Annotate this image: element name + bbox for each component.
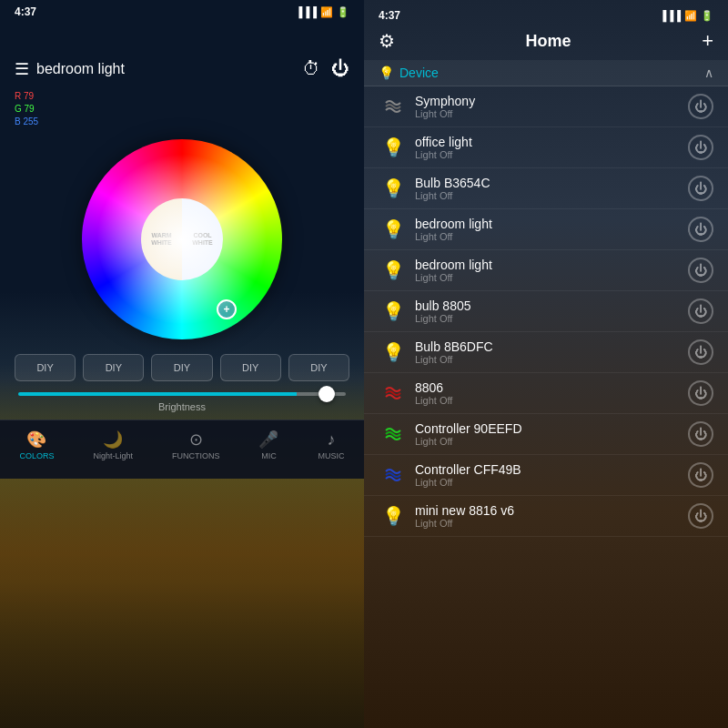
rgb-b: B 255 bbox=[15, 116, 349, 128]
8b6dfc-icon: 💡 bbox=[382, 341, 405, 363]
symphony-power[interactable]: ⏻ bbox=[688, 94, 713, 119]
left-panel: 4:37 ▐▐▐ 📶 🔋 ☰ bedroom light ⏱ ⏻ R 79 G … bbox=[0, 0, 364, 728]
cool-white-section[interactable]: COOLWHITE bbox=[182, 198, 223, 280]
device-item-bedroom-white[interactable]: 💡 bedroom light Light Off ⏻ bbox=[364, 250, 728, 291]
90eefd-power[interactable]: ⏻ bbox=[688, 421, 713, 447]
header-left: ☰ bedroom light bbox=[15, 59, 125, 79]
nav-mic[interactable]: 🎤 MIC bbox=[258, 430, 278, 460]
color-wheel-inner: WARMWHITE COOLWHITE bbox=[141, 198, 223, 280]
brightness-thumb[interactable] bbox=[318, 386, 335, 402]
8b6dfc-name: Bulb 8B6DFC bbox=[415, 339, 688, 354]
bedroom-white-power[interactable]: ⏻ bbox=[688, 258, 713, 283]
b3654c-bulb-icon: 💡 bbox=[382, 177, 405, 199]
device-text: Device bbox=[399, 66, 439, 80]
device-label: 💡 Device bbox=[379, 66, 439, 80]
diy-button-4[interactable]: DIY bbox=[220, 354, 281, 381]
right-status-bar: 4:37 ▐▐▐ 📶 🔋 bbox=[364, 0, 728, 25]
device-icon-symphony bbox=[379, 96, 408, 117]
device-info-90eefd: Controller 90EEFD Light Off bbox=[408, 421, 688, 447]
battery-icon-right: 🔋 bbox=[701, 10, 713, 22]
rgb-g: G 79 bbox=[15, 103, 349, 116]
8805-status: Light Off bbox=[415, 313, 688, 324]
wifi-icon: 📶 bbox=[320, 6, 333, 18]
night-light-label: Night-Light bbox=[93, 451, 133, 460]
signal-icon: ▐▐▐ bbox=[296, 6, 317, 17]
status-icons-right: ▐▐▐ 📶 🔋 bbox=[660, 10, 713, 22]
diy-button-2[interactable]: DIY bbox=[83, 354, 144, 381]
bedroom-white-status: Light Off bbox=[415, 272, 688, 283]
cff49b-status: Light Off bbox=[415, 477, 688, 488]
device-section-header[interactable]: 💡 Device ∧ bbox=[364, 60, 728, 86]
b3654c-name: Bulb B3654C bbox=[415, 176, 688, 190]
status-icons-left: ▐▐▐ 📶 🔋 bbox=[296, 6, 349, 18]
device-item-8805[interactable]: 💡 bulb 8805 Light Off ⏻ bbox=[364, 291, 728, 332]
device-icon-8806 bbox=[379, 382, 408, 404]
alarm-icon[interactable]: ⏱ bbox=[302, 58, 320, 79]
diy-button-5[interactable]: DIY bbox=[288, 354, 349, 381]
8805-name: bulb 8805 bbox=[415, 298, 688, 313]
diy-button-3[interactable]: DIY bbox=[151, 354, 212, 381]
device-item-bedroom-blue[interactable]: 💡 bedroom light Light Off ⏻ bbox=[364, 209, 728, 250]
collapse-icon[interactable]: ∧ bbox=[704, 66, 713, 80]
office-power[interactable]: ⏻ bbox=[688, 135, 713, 160]
mic-label: MIC bbox=[261, 451, 277, 460]
diy-section: DIY DIY DIY DIY DIY bbox=[0, 350, 364, 389]
rgb-values: R 79 G 79 B 255 bbox=[0, 86, 364, 132]
brightness-slider[interactable] bbox=[18, 392, 346, 396]
colors-label: COLORS bbox=[19, 451, 54, 460]
diy-button-1[interactable]: DIY bbox=[15, 354, 76, 381]
settings-icon[interactable]: ⚙ bbox=[379, 30, 395, 52]
8816-status: Light Off bbox=[415, 518, 688, 529]
device-info-8816: mini new 8816 v6 Light Off bbox=[408, 503, 688, 529]
warm-white-section[interactable]: WARMWHITE bbox=[141, 198, 182, 280]
power-icon[interactable]: ⏻ bbox=[331, 58, 349, 79]
bedroom-blue-name: bedroom light bbox=[415, 217, 688, 231]
nav-functions[interactable]: ⊙ FUNCTIONS bbox=[172, 430, 220, 460]
music-label: MUSIC bbox=[318, 451, 344, 460]
device-item-symphony[interactable]: Symphony Light Off ⏻ bbox=[364, 86, 728, 127]
wifi-icon-right: 📶 bbox=[684, 10, 697, 22]
header-icons: ⏱ ⏻ bbox=[302, 58, 349, 79]
8805-power[interactable]: ⏻ bbox=[688, 298, 713, 324]
right-panel: 4:37 ▐▐▐ 📶 🔋 ⚙ Home + 💡 Device ∧ bbox=[364, 0, 728, 728]
8816-power[interactable]: ⏻ bbox=[688, 503, 713, 529]
home-title: Home bbox=[526, 32, 571, 51]
device-item-cff49b[interactable]: Controller CFF49B Light Off ⏻ bbox=[364, 455, 728, 496]
8806-power[interactable]: ⏻ bbox=[688, 380, 713, 406]
right-header: ⚙ Home + bbox=[364, 25, 728, 60]
symphony-name: Symphony bbox=[415, 94, 688, 108]
add-device-button[interactable]: + bbox=[702, 29, 713, 53]
device-info-bedroom-white: bedroom light Light Off bbox=[408, 258, 688, 283]
page-title: bedroom light bbox=[36, 61, 125, 77]
device-icon-cff49b bbox=[379, 464, 408, 486]
device-item-8816[interactable]: 💡 mini new 8816 v6 Light Off ⏻ bbox=[364, 496, 728, 537]
cff49b-power[interactable]: ⏻ bbox=[688, 462, 713, 488]
device-item-bulb-b3654c[interactable]: 💡 Bulb B3654C Light Off ⏻ bbox=[364, 168, 728, 209]
8805-icon: 💡 bbox=[382, 300, 405, 322]
diy-row: DIY DIY DIY DIY DIY bbox=[15, 354, 349, 381]
color-wheel-container[interactable]: WARMWHITE COOLWHITE bbox=[0, 139, 364, 339]
rgb-r: R 79 bbox=[15, 90, 349, 103]
nav-colors[interactable]: 🎨 COLORS bbox=[19, 430, 54, 460]
bedroom-blue-status: Light Off bbox=[415, 231, 688, 242]
menu-icon[interactable]: ☰ bbox=[15, 59, 29, 79]
mic-icon: 🎤 bbox=[258, 430, 278, 450]
device-item-office[interactable]: 💡 office light Light Off ⏻ bbox=[364, 127, 728, 168]
device-item-8b6dfc[interactable]: 💡 Bulb 8B6DFC Light Off ⏻ bbox=[364, 332, 728, 373]
b3654c-power[interactable]: ⏻ bbox=[688, 176, 713, 201]
8b6dfc-status: Light Off bbox=[415, 354, 688, 365]
colors-icon: 🎨 bbox=[26, 430, 46, 450]
8b6dfc-power[interactable]: ⏻ bbox=[688, 339, 713, 365]
office-name: office light bbox=[415, 135, 688, 149]
color-wheel[interactable]: WARMWHITE COOLWHITE bbox=[82, 139, 282, 339]
nav-music[interactable]: ♪ MUSIC bbox=[318, 430, 344, 460]
nav-night-light[interactable]: 🌙 Night-Light bbox=[93, 430, 133, 460]
device-item-90eefd[interactable]: Controller 90EEFD Light Off ⏻ bbox=[364, 414, 728, 455]
bulb-section-icon: 💡 bbox=[379, 66, 394, 80]
bedroom-blue-power[interactable]: ⏻ bbox=[688, 217, 713, 242]
color-cursor[interactable] bbox=[217, 299, 237, 319]
device-item-8806[interactable]: 8806 Light Off ⏻ bbox=[364, 373, 728, 414]
device-icon-bedroom-blue: 💡 bbox=[379, 218, 408, 240]
cff49b-name: Controller CFF49B bbox=[415, 462, 688, 477]
brightness-label: Brightness bbox=[18, 401, 346, 412]
